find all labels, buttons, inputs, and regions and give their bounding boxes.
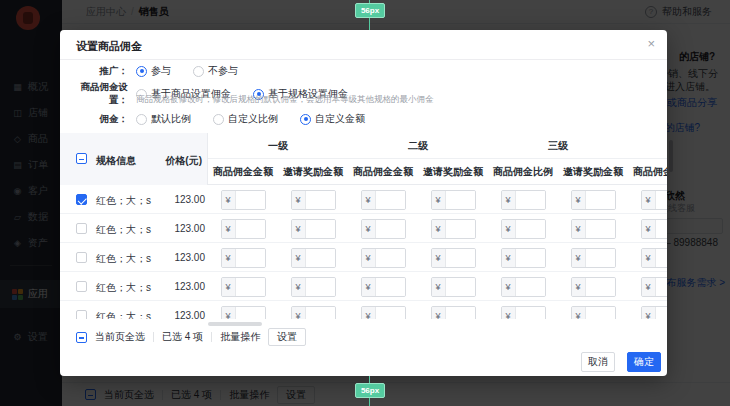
column-header: 商品佣金金额 xyxy=(208,159,278,185)
amount-input[interactable]: ¥ xyxy=(221,248,266,268)
amount-input-box[interactable] xyxy=(376,249,405,267)
amount-input-box[interactable] xyxy=(236,220,265,238)
amount-input[interactable]: ¥ xyxy=(571,190,616,210)
amount-input-box[interactable] xyxy=(236,249,265,267)
amount-input-box[interactable] xyxy=(236,191,265,209)
amount-input[interactable]: ¥ xyxy=(431,277,476,297)
amount-input-box[interactable] xyxy=(446,249,475,267)
radio-option[interactable]: 不参与 xyxy=(193,64,238,78)
header-select-checkbox[interactable] xyxy=(76,153,87,164)
amount-input[interactable]: ¥ xyxy=(431,190,476,210)
confirm-button[interactable]: 确定 xyxy=(627,352,661,372)
radio-label: 默认比例 xyxy=(151,112,191,126)
row-spec: 红色；大；s xyxy=(96,194,151,208)
radio-option[interactable]: 自定义比例 xyxy=(213,112,278,126)
amount-input[interactable]: ¥ xyxy=(501,248,546,268)
amount-input-box[interactable] xyxy=(376,191,405,209)
amount-input-box[interactable] xyxy=(376,220,405,238)
currency-prefix: ¥ xyxy=(502,220,516,238)
amount-input[interactable]: ¥ xyxy=(361,306,406,320)
amount-input[interactable]: ¥ xyxy=(291,248,336,268)
amount-input[interactable]: ¥ xyxy=(571,248,616,268)
currency-prefix: ¥ xyxy=(572,191,586,209)
row-checkbox[interactable] xyxy=(76,194,87,205)
amount-input-box[interactable] xyxy=(236,307,265,320)
amount-input[interactable]: ¥ xyxy=(641,306,668,320)
amount-input[interactable]: ¥ xyxy=(501,190,546,210)
select-all-label[interactable]: 当前页全选 xyxy=(95,330,145,344)
amount-input[interactable]: ¥ xyxy=(571,219,616,239)
table-body: 红色；大；s123.00¥¥¥¥¥¥¥红色；大；s123.00¥¥¥¥¥¥¥红色… xyxy=(60,185,667,319)
amount-input[interactable]: ¥ xyxy=(571,306,616,320)
amount-input-box[interactable] xyxy=(656,220,668,238)
amount-input[interactable]: ¥ xyxy=(291,190,336,210)
amount-input[interactable]: ¥ xyxy=(641,277,668,297)
amount-input-box[interactable] xyxy=(306,278,335,296)
amount-input[interactable]: ¥ xyxy=(221,219,266,239)
amount-input[interactable]: ¥ xyxy=(291,306,336,320)
row-checkbox[interactable] xyxy=(76,223,87,234)
amount-input[interactable]: ¥ xyxy=(501,277,546,297)
amount-input[interactable]: ¥ xyxy=(641,190,668,210)
amount-input[interactable]: ¥ xyxy=(431,248,476,268)
form-row-0: 推广：参与不参与 xyxy=(68,64,238,78)
amount-cell: ¥ xyxy=(488,185,558,214)
row-price: 123.00 xyxy=(155,281,205,292)
amount-input-box[interactable] xyxy=(586,278,615,296)
select-all-checkbox[interactable] xyxy=(76,332,87,343)
amount-input[interactable]: ¥ xyxy=(361,219,406,239)
amount-input-box[interactable] xyxy=(446,307,475,320)
amount-input[interactable]: ¥ xyxy=(431,306,476,320)
row-checkbox[interactable] xyxy=(76,310,87,319)
amount-input[interactable]: ¥ xyxy=(291,219,336,239)
amount-input-box[interactable] xyxy=(516,307,545,320)
row-columns: ¥¥¥¥¥¥¥ xyxy=(208,185,667,214)
amount-input-box[interactable] xyxy=(376,307,405,320)
amount-input[interactable]: ¥ xyxy=(361,277,406,297)
amount-input-box[interactable] xyxy=(306,249,335,267)
amount-input[interactable]: ¥ xyxy=(221,277,266,297)
bulk-settings-button[interactable]: 设置 xyxy=(268,328,306,346)
row-checkbox[interactable] xyxy=(76,281,87,292)
amount-input-box[interactable] xyxy=(656,191,668,209)
close-icon[interactable]: × xyxy=(647,36,655,51)
amount-input[interactable]: ¥ xyxy=(501,306,546,320)
amount-input-box[interactable] xyxy=(586,220,615,238)
amount-input-box[interactable] xyxy=(516,249,545,267)
amount-input[interactable]: ¥ xyxy=(291,277,336,297)
amount-input[interactable]: ¥ xyxy=(641,248,668,268)
amount-cell: ¥ xyxy=(628,185,667,214)
amount-input-box[interactable] xyxy=(656,307,668,320)
amount-input-box[interactable] xyxy=(236,278,265,296)
radio-option[interactable]: 默认比例 xyxy=(136,112,191,126)
amount-input-box[interactable] xyxy=(586,249,615,267)
amount-input-box[interactable] xyxy=(586,191,615,209)
amount-input[interactable]: ¥ xyxy=(361,248,406,268)
amount-input-box[interactable] xyxy=(656,278,668,296)
amount-input[interactable]: ¥ xyxy=(501,219,546,239)
radio-option[interactable]: 参与 xyxy=(136,64,171,78)
amount-input-box[interactable] xyxy=(306,191,335,209)
amount-input-box[interactable] xyxy=(516,191,545,209)
amount-input-box[interactable] xyxy=(446,220,475,238)
amount-input[interactable]: ¥ xyxy=(221,306,266,320)
amount-input-box[interactable] xyxy=(516,278,545,296)
amount-input-box[interactable] xyxy=(656,249,668,267)
amount-input[interactable]: ¥ xyxy=(431,219,476,239)
amount-input[interactable]: ¥ xyxy=(361,190,406,210)
cancel-button[interactable]: 取消 xyxy=(581,352,615,372)
amount-input-box[interactable] xyxy=(376,278,405,296)
amount-input-box[interactable] xyxy=(586,307,615,320)
amount-input[interactable]: ¥ xyxy=(641,219,668,239)
amount-input-box[interactable] xyxy=(306,307,335,320)
amount-input[interactable]: ¥ xyxy=(571,277,616,297)
radio-option[interactable]: 自定义金额 xyxy=(300,112,365,126)
amount-input-box[interactable] xyxy=(446,278,475,296)
amount-input-box[interactable] xyxy=(446,191,475,209)
amount-input-box[interactable] xyxy=(306,220,335,238)
amount-input[interactable]: ¥ xyxy=(221,190,266,210)
row-checkbox[interactable] xyxy=(76,252,87,263)
currency-prefix: ¥ xyxy=(642,278,656,296)
form-label: 佣金： xyxy=(68,113,128,126)
amount-input-box[interactable] xyxy=(516,220,545,238)
